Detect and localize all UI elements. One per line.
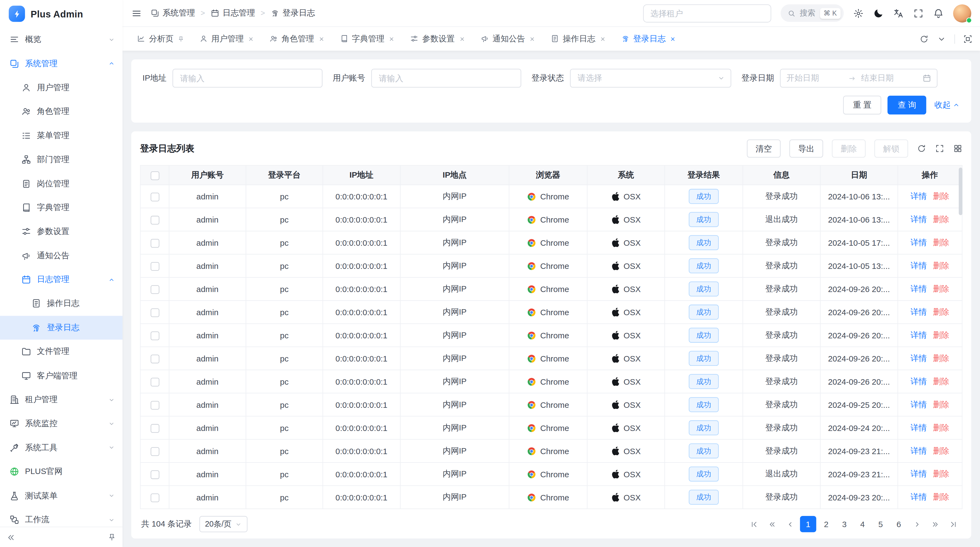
breadcrumb-item[interactable]: 登录日志: [270, 8, 315, 19]
unlock-button[interactable]: 解锁: [874, 139, 908, 158]
settings-icon[interactable]: [853, 8, 864, 19]
tab-notice-announcement[interactable]: 通知公告: [473, 30, 542, 48]
refresh-table-icon[interactable]: [917, 144, 926, 153]
table-scrollbar-thumb[interactable]: [959, 167, 963, 215]
row-checkbox[interactable]: [150, 424, 159, 432]
delete-link[interactable]: 删除: [933, 284, 949, 293]
sidebar-item-role-management[interactable]: 角色管理: [0, 99, 123, 123]
detail-link[interactable]: 详情: [911, 307, 927, 316]
row-checkbox[interactable]: [150, 470, 159, 479]
delete-link[interactable]: 删除: [933, 191, 949, 201]
tab-role-management[interactable]: 角色管理: [262, 30, 332, 48]
jump-forward-button[interactable]: [927, 516, 943, 532]
fullscreen-icon[interactable]: [913, 8, 924, 19]
tab-login-log[interactable]: 登录日志: [614, 30, 683, 48]
delete-link[interactable]: 删除: [933, 376, 949, 386]
delete-link[interactable]: 删除: [933, 469, 949, 478]
row-checkbox[interactable]: [150, 331, 159, 340]
maximize-content-icon[interactable]: [963, 34, 972, 43]
delete-button[interactable]: 删除: [832, 139, 865, 158]
language-icon[interactable]: [893, 8, 904, 19]
sidebar-item-post-management[interactable]: 岗位管理: [0, 172, 123, 196]
detail-link[interactable]: 详情: [911, 284, 927, 293]
sidebar-item-param-settings[interactable]: 参数设置: [0, 220, 123, 244]
close-tab-icon[interactable]: [599, 35, 606, 42]
close-tab-icon[interactable]: [388, 35, 395, 42]
page-6-button[interactable]: 6: [891, 516, 907, 532]
detail-link[interactable]: 详情: [911, 423, 927, 432]
delete-link[interactable]: 删除: [933, 238, 949, 247]
close-tab-icon[interactable]: [318, 35, 325, 42]
row-checkbox[interactable]: [150, 378, 159, 386]
tenant-select-input[interactable]: [643, 4, 771, 22]
delete-link[interactable]: 删除: [933, 214, 949, 224]
date-range-picker[interactable]: 开始日期 结束日期: [780, 69, 938, 88]
first-page-button[interactable]: [746, 516, 762, 532]
sidebar-item-file-management[interactable]: 文件管理: [0, 340, 123, 364]
breadcrumb-item[interactable]: 系统管理: [151, 8, 195, 19]
pin-sidebar-icon[interactable]: [108, 533, 116, 542]
ip-filter-input[interactable]: [173, 69, 323, 88]
close-tab-icon[interactable]: [670, 35, 676, 42]
dark-mode-icon[interactable]: [873, 8, 884, 19]
row-checkbox[interactable]: [150, 354, 159, 363]
export-button[interactable]: 导出: [789, 139, 823, 158]
row-checkbox[interactable]: [150, 193, 159, 201]
sidebar-item-tenant-management[interactable]: 租户管理: [0, 388, 123, 411]
page-5-button[interactable]: 5: [872, 516, 889, 532]
close-tab-icon[interactable]: [458, 35, 465, 42]
sidebar-item-system-tools[interactable]: 系统工具: [0, 435, 123, 459]
breadcrumb-item[interactable]: 日志管理: [211, 8, 255, 19]
detail-link[interactable]: 详情: [911, 400, 927, 409]
detail-link[interactable]: 详情: [911, 261, 927, 270]
close-tab-icon[interactable]: [247, 35, 254, 42]
logo[interactable]: Plus Admin: [0, 0, 123, 27]
sidebar-item-workflow[interactable]: 工作流: [0, 508, 123, 526]
detail-link[interactable]: 详情: [911, 330, 927, 340]
row-checkbox[interactable]: [150, 493, 159, 502]
page-2-button[interactable]: 2: [818, 516, 834, 532]
tab-operation-log[interactable]: 操作日志: [544, 30, 613, 48]
prev-page-button[interactable]: [782, 516, 798, 532]
notifications-icon[interactable]: [933, 8, 944, 19]
page-1-button[interactable]: 1: [800, 516, 816, 532]
sidebar-item-overview[interactable]: 概览: [0, 27, 123, 51]
status-filter-select[interactable]: 请选择: [570, 69, 732, 88]
reset-button[interactable]: 重 置: [843, 96, 881, 115]
sidebar-item-login-log[interactable]: 登录日志: [0, 316, 123, 340]
detail-link[interactable]: 详情: [911, 446, 927, 455]
row-checkbox[interactable]: [150, 262, 159, 271]
clear-button[interactable]: 清空: [747, 139, 781, 158]
row-checkbox[interactable]: [150, 239, 159, 248]
delete-link[interactable]: 删除: [933, 307, 949, 316]
jump-back-button[interactable]: [764, 516, 780, 532]
tab-menu-icon[interactable]: [937, 34, 946, 43]
delete-link[interactable]: 删除: [933, 261, 949, 270]
page-size-select[interactable]: 20条/页: [199, 516, 248, 532]
delete-link[interactable]: 删除: [933, 330, 949, 340]
avatar[interactable]: [953, 4, 971, 22]
detail-link[interactable]: 详情: [911, 353, 927, 363]
pin-tab-icon[interactable]: [177, 35, 184, 42]
page-3-button[interactable]: 3: [836, 516, 853, 532]
sidebar-item-menu-management[interactable]: 菜单管理: [0, 124, 123, 148]
account-filter-input[interactable]: [371, 69, 521, 88]
sidebar-item-notice-announcement[interactable]: 通知公告: [0, 244, 123, 268]
tab-dict-management[interactable]: 字典管理: [333, 30, 402, 48]
column-settings-icon[interactable]: [953, 144, 962, 153]
page-4-button[interactable]: 4: [854, 516, 870, 532]
menu-toggle-icon[interactable]: [131, 8, 142, 19]
sidebar-item-test-menu[interactable]: 测试菜单: [0, 484, 123, 508]
detail-link[interactable]: 详情: [911, 492, 927, 501]
delete-link[interactable]: 删除: [933, 353, 949, 363]
row-checkbox[interactable]: [150, 216, 159, 225]
delete-link[interactable]: 删除: [933, 400, 949, 409]
delete-link[interactable]: 删除: [933, 492, 949, 501]
sidebar-item-dept-management[interactable]: 部门管理: [0, 148, 123, 172]
sidebar-item-system-monitor[interactable]: 系统监控: [0, 411, 123, 435]
close-tab-icon[interactable]: [529, 35, 535, 42]
collapse-filters-link[interactable]: 收起: [934, 99, 960, 111]
last-page-button[interactable]: [945, 516, 961, 532]
sidebar-item-log-management[interactable]: 日志管理: [0, 268, 123, 292]
delete-link[interactable]: 删除: [933, 423, 949, 432]
